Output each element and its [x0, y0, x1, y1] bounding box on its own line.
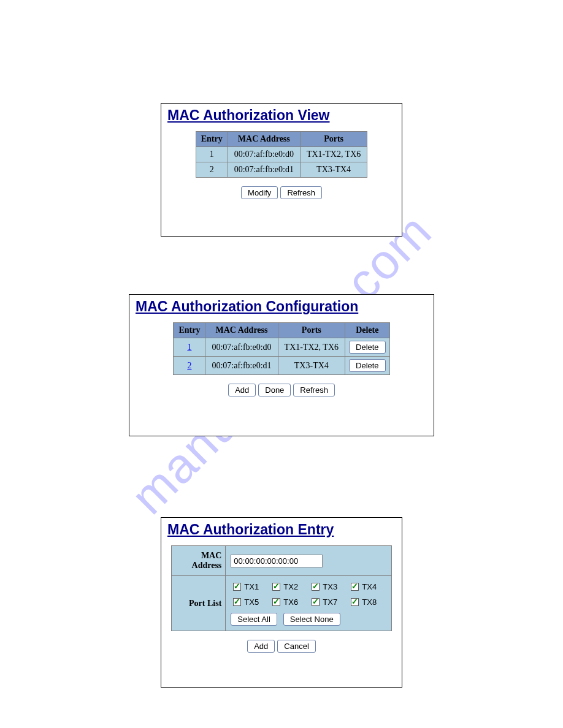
port-tx7[interactable]: TX7 — [309, 596, 347, 608]
config-col-ports: Ports — [278, 323, 345, 338]
config-col-mac: MAC Address — [205, 323, 277, 338]
port-list-label: Port List — [172, 576, 226, 631]
modify-button[interactable]: Modify — [241, 186, 278, 199]
cell-mac: 00:07:af:fb:e0:d0 — [228, 147, 300, 162]
delete-button[interactable]: Delete — [349, 341, 386, 354]
port-checkbox[interactable] — [272, 583, 280, 591]
mac-auth-entry-panel: MAC Authorization Entry MAC Address Port… — [161, 517, 402, 688]
port-tx3[interactable]: TX3 — [309, 581, 347, 593]
cell-mac: 00:07:af:fb:e0:d1 — [228, 162, 300, 177]
cell-entry[interactable]: 2 — [174, 357, 205, 374]
cell-mac: 00:07:af:fb:e0:d0 — [205, 338, 277, 356]
mac-auth-config-panel: MAC Authorization Configuration Entry MA… — [129, 294, 434, 436]
port-tx5[interactable]: TX5 — [231, 596, 269, 608]
table-row: 2 00:07:af:fb:e0:d1 TX3-TX4 — [196, 162, 367, 177]
port-checkbox[interactable] — [351, 583, 359, 591]
view-title: MAC Authorization View — [161, 107, 402, 124]
mac-address-label: MAC Address — [172, 546, 226, 575]
entry-link[interactable]: 2 — [187, 361, 191, 370]
port-checkbox[interactable] — [233, 598, 241, 606]
cell-ports: TX1-TX2, TX6 — [278, 338, 345, 356]
config-col-entry: Entry — [174, 323, 205, 338]
port-grid: TX1 TX2 TX3 TX4 TX5 TX6 TX7 TX8 — [231, 581, 386, 608]
entry-form: MAC Address Port List TX1 TX2 TX3 TX4 TX… — [171, 545, 393, 631]
select-none-button[interactable]: Select None — [283, 613, 340, 626]
mac-address-cell — [226, 546, 391, 575]
cell-ports: TX3-TX4 — [278, 357, 345, 374]
entry-link[interactable]: 1 — [187, 343, 191, 352]
add-button[interactable]: Add — [228, 384, 256, 396]
port-tx4[interactable]: TX4 — [348, 581, 386, 593]
done-button[interactable]: Done — [258, 384, 291, 396]
config-col-delete: Delete — [345, 323, 389, 338]
mac-address-input[interactable] — [231, 555, 323, 567]
mac-auth-view-panel: MAC Authorization View Entry MAC Address… — [161, 103, 402, 237]
cell-mac: 00:07:af:fb:e0:d1 — [205, 357, 277, 374]
port-tx8[interactable]: TX8 — [348, 596, 386, 608]
table-row: 1 00:07:af:fb:e0:d0 TX1-TX2, TX6 — [196, 147, 367, 162]
add-button[interactable]: Add — [247, 640, 275, 653]
port-checkbox[interactable] — [312, 583, 320, 591]
refresh-button[interactable]: Refresh — [280, 186, 322, 199]
cancel-button[interactable]: Cancel — [277, 640, 315, 653]
delete-button[interactable]: Delete — [349, 359, 386, 372]
config-table: Entry MAC Address Ports Delete 1 00:07:a… — [173, 322, 389, 375]
port-checkbox[interactable] — [312, 598, 320, 606]
refresh-button[interactable]: Refresh — [293, 384, 335, 396]
config-title: MAC Authorization Configuration — [129, 298, 434, 315]
entry-title: MAC Authorization Entry — [161, 521, 402, 538]
view-col-mac: MAC Address — [228, 132, 300, 146]
table-row: 2 00:07:af:fb:e0:d1 TX3-TX4 Delete — [174, 357, 389, 374]
cell-entry[interactable]: 1 — [174, 338, 205, 356]
cell-delete: Delete — [345, 357, 389, 374]
view-table: Entry MAC Address Ports 1 00:07:af:fb:e0… — [196, 131, 368, 178]
view-col-entry: Entry — [196, 132, 228, 146]
port-checkbox[interactable] — [272, 598, 280, 606]
cell-ports: TX1-TX2, TX6 — [301, 147, 367, 162]
port-tx2[interactable]: TX2 — [270, 581, 308, 593]
cell-entry: 1 — [196, 147, 228, 162]
cell-entry: 2 — [196, 162, 228, 177]
port-tx6[interactable]: TX6 — [270, 596, 308, 608]
port-checkbox[interactable] — [233, 583, 241, 591]
select-all-button[interactable]: Select All — [231, 613, 277, 626]
cell-delete: Delete — [345, 338, 389, 356]
cell-ports: TX3-TX4 — [301, 162, 367, 177]
port-tx1[interactable]: TX1 — [231, 581, 269, 593]
port-list-cell: TX1 TX2 TX3 TX4 TX5 TX6 TX7 TX8 Select A… — [226, 576, 391, 631]
view-col-ports: Ports — [301, 132, 367, 146]
table-row: 1 00:07:af:fb:e0:d0 TX1-TX2, TX6 Delete — [174, 338, 389, 356]
port-checkbox[interactable] — [351, 598, 359, 606]
